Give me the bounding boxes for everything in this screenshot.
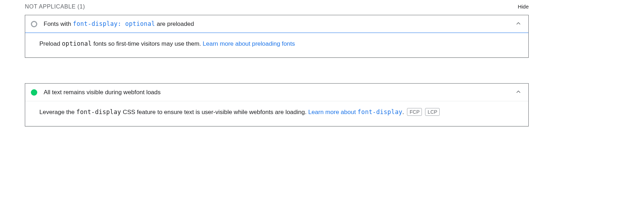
audit-body-font-preload: Preload optional fonts so first-time vis… [25,33,528,57]
body-text-pre: Preload [39,40,62,47]
audit-card-font-preload: Fonts with font-display: optional are pr… [25,15,529,58]
learn-more-link[interactable]: Learn more about preloading fonts [203,40,295,47]
audit-title-post: are preloaded [155,21,194,27]
section-title-text: NOT APPLICABLE [25,4,76,10]
metric-tag-lcp: LCP [425,108,440,116]
audit-title: All text remains visible during webfont … [44,89,514,96]
section-title: NOT APPLICABLE (1) [25,4,85,10]
audit-title-text: All text remains visible during webfont … [44,89,161,96]
audit-title: Fonts with font-display: optional are pr… [44,20,514,28]
body-text-post: fonts so first-time visitors may use the… [92,40,203,47]
body-text-post: CSS feature to ensure text is user-visib… [121,109,308,115]
audit-header-font-display[interactable]: All text remains visible during webfont … [25,84,528,101]
status-not-applicable-icon [31,21,37,27]
audit-card-font-display: All text remains visible during webfont … [25,83,529,126]
section-count: (1) [77,4,85,10]
section-header: NOT APPLICABLE (1) Hide [25,4,529,10]
metric-tag-fcp: FCP [407,108,422,116]
link-text-code: font-display [358,108,402,115]
body-dot: . [402,109,404,115]
chevron-up-icon [514,89,523,96]
audit-header-font-preload[interactable]: Fonts with font-display: optional are pr… [25,15,528,33]
audit-title-code: font-display: optional [73,20,155,27]
hide-toggle[interactable]: Hide [518,4,529,10]
body-text-code: optional [62,40,92,47]
audit-report: NOT APPLICABLE (1) Hide Fonts with font-… [0,0,554,148]
body-text-code: font-display [76,108,121,115]
body-text-pre: Leverage the [39,109,76,115]
learn-more-link[interactable]: Learn more about font-display [308,109,402,115]
audit-body-font-display: Leverage the font-display CSS feature to… [25,101,528,126]
status-pass-icon [31,89,37,96]
chevron-up-icon [514,20,523,28]
audit-title-pre: Fonts with [44,21,73,27]
link-text-pre: Learn more about [308,109,358,115]
